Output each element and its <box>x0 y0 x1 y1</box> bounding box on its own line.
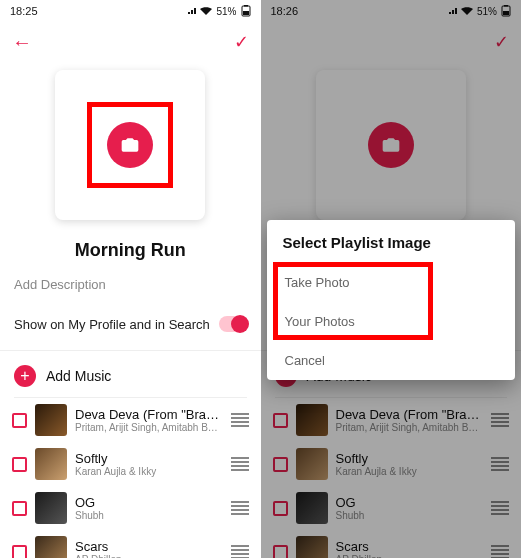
camera-button[interactable] <box>368 122 414 168</box>
svg-rect-1 <box>243 11 249 15</box>
song-title: Softly <box>75 451 223 466</box>
song-title: Scars <box>336 539 484 554</box>
playlist-description-field[interactable]: Add Description <box>0 277 261 308</box>
album-art <box>296 404 328 436</box>
dialog-option-cancel[interactable]: Cancel <box>267 341 516 380</box>
add-music-label: Add Music <box>46 368 111 384</box>
song-row: Deva Deva (From "Brah...Pritam, Arijit S… <box>261 398 522 442</box>
status-time: 18:26 <box>271 5 299 17</box>
song-checkbox[interactable] <box>273 457 288 472</box>
screen-select-image-dialog: 18:26 51% ✓ Morning Run Add Description <box>261 0 522 558</box>
top-bar: ✓ <box>261 22 522 62</box>
svg-rect-3 <box>502 6 510 16</box>
signal-icons <box>449 7 473 15</box>
confirm-button[interactable]: ✓ <box>234 31 249 53</box>
song-artist: Pritam, Arijit Singh, Amitabh Bha... <box>75 422 223 433</box>
svg-rect-2 <box>244 5 248 7</box>
song-checkbox[interactable] <box>273 501 288 516</box>
album-art <box>35 448 67 480</box>
drag-handle-icon[interactable] <box>491 545 509 558</box>
drag-handle-icon[interactable] <box>491 501 509 515</box>
song-artist: AP Dhillon <box>336 554 484 558</box>
song-checkbox[interactable] <box>273 413 288 428</box>
camera-icon <box>381 135 401 155</box>
status-battery: 51% <box>216 6 236 17</box>
playlist-title[interactable]: Morning Run <box>0 234 261 277</box>
song-artist: Shubh <box>75 510 223 521</box>
song-title: Softly <box>336 451 484 466</box>
toggle-label: Show on My Profile and in Search <box>14 317 210 332</box>
song-title: Deva Deva (From "Brah... <box>75 407 223 422</box>
drag-handle-icon[interactable] <box>491 413 509 427</box>
song-title: OG <box>336 495 484 510</box>
svg-rect-5 <box>504 5 508 7</box>
song-checkbox[interactable] <box>12 413 27 428</box>
confirm-button[interactable]: ✓ <box>494 31 509 53</box>
annotation-highlight <box>87 102 173 188</box>
song-row: SoftlyKaran Aujla & Ikky <box>261 442 522 486</box>
album-art <box>35 404 67 436</box>
album-art <box>35 492 67 524</box>
album-art <box>296 448 328 480</box>
plus-icon: + <box>14 365 36 387</box>
drag-handle-icon[interactable] <box>231 413 249 427</box>
song-row: ScarsAP Dhillon <box>0 530 261 558</box>
album-art <box>35 536 67 558</box>
drag-handle-icon[interactable] <box>231 545 249 558</box>
signal-icons <box>188 7 212 15</box>
song-checkbox[interactable] <box>12 457 27 472</box>
song-artist: Shubh <box>336 510 484 521</box>
song-artist: AP Dhillon <box>75 554 223 558</box>
song-row: ScarsAP Dhillon <box>261 530 522 558</box>
battery-icon <box>501 5 511 17</box>
divider <box>275 397 508 398</box>
top-bar: ← ✓ <box>0 22 261 62</box>
status-bar: 18:26 51% <box>261 0 522 22</box>
album-art <box>296 536 328 558</box>
cover-image-card[interactable] <box>55 70 205 220</box>
dialog-title: Select Playlist Image <box>267 220 516 263</box>
song-title: OG <box>75 495 223 510</box>
song-row: SoftlyKaran Aujla & Ikky <box>0 442 261 486</box>
status-battery: 51% <box>477 6 497 17</box>
status-time: 18:25 <box>10 5 38 17</box>
album-art <box>296 492 328 524</box>
song-checkbox[interactable] <box>273 545 288 559</box>
song-checkbox[interactable] <box>12 545 27 559</box>
song-title: Scars <box>75 539 223 554</box>
song-list: Deva Deva (From "Brah...Pritam, Arijit S… <box>0 398 261 558</box>
back-button[interactable]: ← <box>12 31 32 54</box>
song-row: OGShubh <box>261 486 522 530</box>
annotation-highlight <box>273 262 433 340</box>
song-list: Deva Deva (From "Brah...Pritam, Arijit S… <box>261 398 522 558</box>
screen-edit-playlist: 18:25 51% ← ✓ Morning Run Add De <box>0 0 261 558</box>
song-row: OGShubh <box>0 486 261 530</box>
cover-image-card[interactable] <box>316 70 466 220</box>
status-bar: 18:25 51% <box>0 0 261 22</box>
add-music-row[interactable]: + Add Music <box>0 351 261 397</box>
svg-rect-4 <box>503 11 509 15</box>
song-artist: Karan Aujla & Ikky <box>336 466 484 477</box>
song-artist: Karan Aujla & Ikky <box>75 466 223 477</box>
song-title: Deva Deva (From "Brah... <box>336 407 484 422</box>
drag-handle-icon[interactable] <box>231 501 249 515</box>
song-row: Deva Deva (From "Brah...Pritam, Arijit S… <box>0 398 261 442</box>
visibility-toggle[interactable] <box>219 316 247 332</box>
battery-icon <box>241 5 251 17</box>
song-artist: Pritam, Arijit Singh, Amitabh Bha... <box>336 422 484 433</box>
song-checkbox[interactable] <box>12 501 27 516</box>
drag-handle-icon[interactable] <box>231 457 249 471</box>
select-image-dialog: Select Playlist Image Take Photo Your Ph… <box>267 220 516 380</box>
drag-handle-icon[interactable] <box>491 457 509 471</box>
